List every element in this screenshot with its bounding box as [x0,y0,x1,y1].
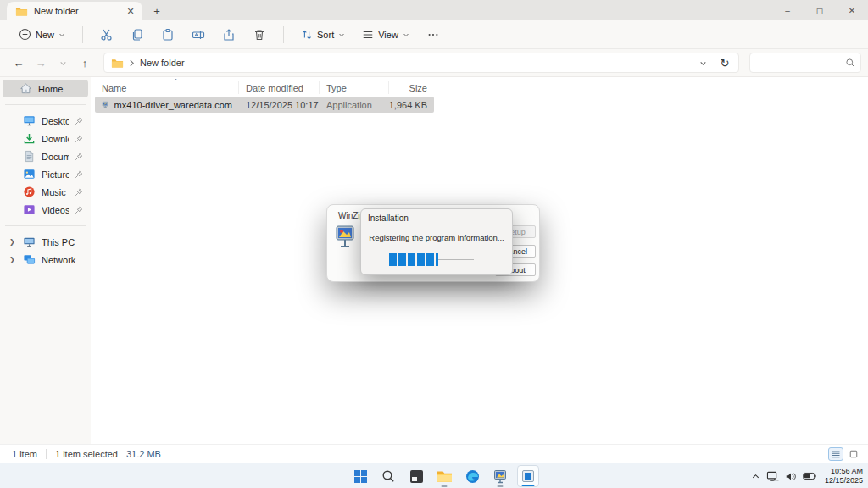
taskbar: 10:56 AM 12/15/2025 [0,463,868,488]
dark-app-button[interactable] [405,465,427,487]
chevron-down-icon [699,59,707,67]
installation-progress-bar [389,253,474,266]
item-count: 1 item [12,449,37,459]
pin-icon [75,152,83,161]
sidebar-item-pictures[interactable]: Pictures [3,165,88,183]
column-header-name[interactable]: ⌃ Name [95,81,239,94]
edge-button[interactable] [461,465,483,487]
forward-button[interactable]: → [31,53,51,73]
paste-button[interactable] [154,25,181,45]
large-icons-view-button[interactable] [846,447,861,461]
see-more-button[interactable] [420,25,447,45]
winzip-sfx-icon [493,469,507,484]
sort-ascending-icon: ⌃ [173,78,179,86]
installation-dialog[interactable]: Installation Registering the program inf… [360,208,513,275]
column-headers: ⌃ Name Date modified Type Size [95,79,434,97]
rename-button[interactable] [185,25,212,45]
desktop-icon [23,114,36,127]
column-header-size[interactable]: Size [389,81,434,94]
sidebar-item-this-pc[interactable]: ❯ This PC [3,233,88,251]
command-toolbar: New Sort View [0,20,868,49]
home-icon [19,82,32,95]
up-button[interactable]: ↑ [75,53,95,73]
new-button-label: New [36,30,54,40]
explorer-tab[interactable]: New folder ✕ [7,2,142,20]
column-label: Date modified [246,83,303,93]
status-bar: 1 item 1 item selected 31.2 MB [0,444,868,463]
pin-icon [75,206,83,214]
ellipsis-icon [427,29,439,41]
network-tray-icon[interactable] [766,471,779,482]
music-icon [23,186,36,198]
installer-window-icon [521,469,535,483]
sidebar-item-videos[interactable]: Videos [3,201,88,219]
installation-message: Registering the program information... [361,233,512,242]
volume-icon[interactable] [785,471,797,482]
file-type-cell: Application [320,100,389,110]
sidebar-item-music[interactable]: Music [3,183,88,201]
clock-date: 12/15/2025 [825,476,863,485]
tab-close-icon[interactable]: ✕ [124,4,137,18]
sidebar-item-home[interactable]: Home [3,80,88,97]
running-indicator [498,485,504,487]
file-explorer-button[interactable] [433,465,455,487]
expand-chevron-icon[interactable]: ❯ [9,238,15,246]
new-button[interactable]: New [12,24,72,45]
delete-button[interactable] [246,25,273,45]
share-icon [222,28,236,42]
installer-window-button[interactable] [517,465,539,487]
chevron-down-icon [338,31,345,38]
maximize-button[interactable]: ◻ [804,0,836,20]
sidebar-item-desktop[interactable]: Desktop [3,112,88,130]
minimize-button[interactable]: – [771,0,804,20]
sidebar-item-network[interactable]: ❯ Network [3,251,88,269]
file-row-selected[interactable]: mx410-driver_waredata.com 12/15/2025 10:… [95,97,434,113]
battery-icon[interactable] [803,472,816,480]
copy-button[interactable] [124,25,151,45]
sidebar-item-label: Desktop [42,116,69,126]
trash-icon [253,28,266,42]
file-size-cell: 31,964 KB [389,100,434,110]
rename-icon [192,28,205,42]
share-button[interactable] [215,25,242,45]
toolbar-divider [82,26,83,43]
breadcrumb-folder[interactable]: New folder [140,58,185,68]
view-button[interactable]: View [355,25,416,45]
scissors-icon [100,28,114,42]
close-button[interactable]: ✕ [836,0,868,20]
winzip-sfx-taskbar-button[interactable] [489,465,511,487]
sort-button[interactable]: Sort [294,25,352,45]
sidebar-item-label: Pictures [42,169,69,180]
start-icon [353,469,368,484]
column-header-type[interactable]: Type [320,81,389,94]
expand-chevron-icon[interactable]: ❯ [9,256,15,263]
back-button[interactable]: ← [8,53,29,73]
address-dropdown-button[interactable] [693,53,713,73]
recent-locations-button[interactable] [53,53,73,73]
pin-icon [75,117,83,125]
file-explorer-icon [437,469,453,484]
sidebar-item-label: Music [42,187,69,197]
start-button[interactable] [349,465,371,487]
chevron-down-icon [59,59,67,67]
hidden-icons-chevron-icon[interactable] [751,472,760,481]
dark-app-icon [409,469,424,484]
new-tab-button[interactable]: + [149,3,164,19]
search-box[interactable] [749,53,861,73]
explorer-tab-strip: New folder ✕ + – ◻ ✕ [0,0,868,20]
search-input[interactable] [755,58,845,68]
sidebar-item-downloads[interactable]: Downloads [3,130,88,147]
sidebar-item-documents[interactable]: Documents [3,147,88,165]
address-bar[interactable]: New folder ↻ [103,53,739,73]
sidebar-item-label: Network [42,255,85,265]
pin-icon [75,170,83,179]
refresh-button[interactable]: ↻ [715,53,735,73]
taskbar-clock[interactable]: 10:56 AM 12/15/2025 [822,467,863,486]
cut-button[interactable] [93,25,120,45]
details-view-icon [831,449,841,459]
pin-icon [75,188,83,197]
taskbar-search-button[interactable] [377,465,399,487]
details-view-button[interactable] [828,447,843,461]
large-icons-view-icon [849,449,859,459]
column-header-date-modified[interactable]: Date modified [239,81,320,94]
